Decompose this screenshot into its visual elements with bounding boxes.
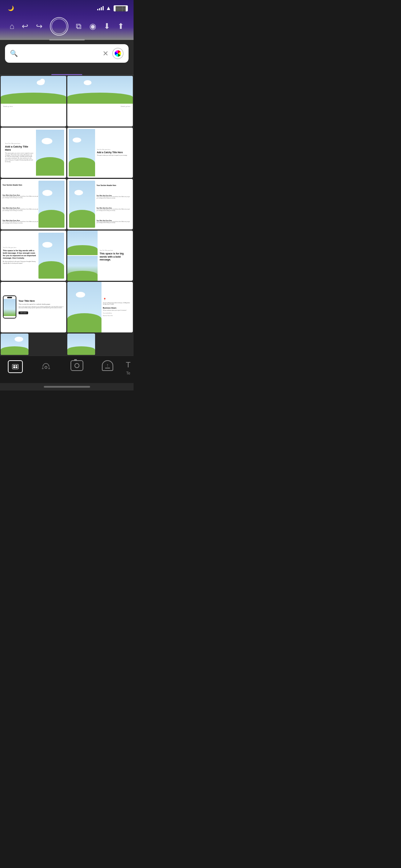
template-card-1[interactable]: Details go here [1, 76, 66, 126]
nav-uploads[interactable]: ↑ [92, 359, 123, 376]
toolbar: ⌂ ↩ ↪ ⧉ ◉ ⬇ ⬆ [0, 14, 134, 40]
moon-icon: 🌙 [8, 5, 14, 11]
search-container: 🔍 ✕ [0, 40, 134, 66]
tabs [0, 66, 134, 75]
share-button[interactable]: ⬆ [118, 22, 124, 31]
home-indicator [0, 383, 134, 391]
tab-layouts[interactable] [45, 67, 89, 75]
template-card-2[interactable]: Details go here [67, 76, 133, 126]
undo-button[interactable]: ↩ [22, 22, 28, 31]
template-card-12[interactable] [67, 334, 95, 355]
template-card-5[interactable]: Your Section Header Here Your Main Idea … [1, 179, 66, 229]
nav-camera[interactable] [62, 359, 92, 376]
home-button[interactable]: ⌂ [10, 22, 14, 31]
status-bar: 🌙 ▲ ▓▓▓ [0, 0, 134, 14]
home-bar [44, 386, 90, 388]
nav-elements[interactable] [31, 359, 61, 376]
record-button[interactable] [50, 17, 68, 36]
svg-point-0 [45, 366, 47, 368]
template-grid: Details go here Details go here Your Pre… [0, 75, 134, 356]
svg-marker-1 [42, 367, 43, 369]
search-icon: 🔍 [10, 50, 18, 57]
template-card-10[interactable]: 📍 Let your audience know where to find y… [67, 282, 133, 332]
template-card-7[interactable]: Your Pre-Title goes here This space is f… [1, 231, 66, 281]
status-icons: ▲ ▓▓▓ [97, 5, 128, 11]
phone-mockup [3, 295, 16, 319]
search-clear-button[interactable]: ✕ [103, 49, 109, 58]
template-card-6[interactable]: Your Section Header Here Your Main Idea … [67, 179, 133, 229]
wifi-icon: ▲ [106, 5, 111, 11]
layers-button[interactable]: ⧉ [76, 22, 82, 31]
signal-icon [97, 6, 104, 10]
template-card-3[interactable]: Your Pre-Title goes here Add a Catchy Ti… [1, 128, 66, 178]
template-card-9[interactable]: Your Title Here This is a two-line quote… [1, 282, 66, 332]
svg-marker-2 [48, 367, 50, 369]
color-palette-button[interactable] [112, 48, 124, 59]
redo-button[interactable]: ↪ [36, 22, 42, 31]
search-bar[interactable]: 🔍 ✕ [5, 44, 129, 63]
nav-text-partial[interactable]: T Te [123, 359, 134, 376]
tab-styles[interactable] [89, 67, 134, 75]
tab-templates[interactable] [0, 67, 45, 75]
palette-icon [115, 50, 121, 57]
download-button[interactable]: ⬇ [104, 22, 110, 31]
bottom-nav: ↑ T Te [0, 356, 134, 383]
template-card-8[interactable]: Your Pre-Title goes here This space is f… [67, 231, 133, 281]
template-card-11[interactable] [1, 334, 28, 355]
preview-button[interactable]: ◉ [89, 22, 96, 31]
battery-icon: ▓▓▓ [114, 5, 128, 11]
template-card-4[interactable]: Your Pre-Title goes here Add a Catchy Ti… [67, 128, 133, 178]
main-content: 🔍 ✕ Details go here [0, 40, 134, 356]
nav-design[interactable] [0, 359, 31, 376]
